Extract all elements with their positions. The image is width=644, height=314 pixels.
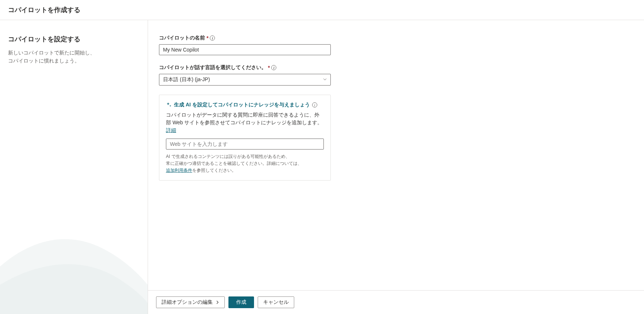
language-field-group: コパイロットが話す言語を選択してください。 * i 日本語 (日本) (ja-J…: [159, 64, 331, 86]
footer-actions: 詳細オプションの編集 作成 キャンセル: [148, 290, 644, 314]
chevron-right-icon: [216, 300, 219, 304]
decorative-wave: [0, 212, 148, 314]
sidebar-description: 新しいコパイロットで新たに開始し、 コパイロットに慣れましょう。: [8, 49, 140, 65]
sidebar: コパイロットを設定する 新しいコパイロットで新たに開始し、 コパイロットに慣れま…: [0, 20, 148, 314]
name-label: コパイロットの名前 * i: [159, 35, 331, 41]
ai-card-header: 生成 AI を設定してコパイロットにナレッジを与えましょう i: [166, 102, 324, 108]
terms-link[interactable]: 追加利用条件: [166, 168, 192, 173]
info-icon[interactable]: i: [312, 102, 317, 107]
info-icon[interactable]: i: [210, 35, 215, 41]
page-header: コパイロットを作成する: [0, 0, 644, 20]
sidebar-title: コパイロットを設定する: [8, 35, 140, 43]
ai-card-description: コパイロットがデータに関する質問に即座に回答できるように、外部 Web サイトを…: [166, 111, 324, 134]
ai-card-title: 生成 AI を設定してコパイロットにナレッジを与えましょう: [174, 102, 310, 108]
copilot-name-input[interactable]: [159, 44, 331, 55]
required-indicator: *: [268, 65, 270, 71]
create-button[interactable]: 作成: [228, 296, 254, 308]
ai-disclaimer: AI で生成されるコンテンツには誤りがある可能性があるため、 常に正確かつ適切で…: [166, 153, 324, 174]
content-wrapper: コパイロットを設定する 新しいコパイロットで新たに開始し、 コパイロットに慣れま…: [0, 20, 644, 314]
page-title: コパイロットを作成する: [8, 5, 636, 14]
website-input[interactable]: [166, 139, 324, 150]
required-indicator: *: [207, 35, 208, 41]
language-select-wrapper: 日本語 (日本) (ja-JP): [159, 74, 331, 86]
name-field-group: コパイロットの名前 * i: [159, 35, 331, 55]
edit-advanced-button[interactable]: 詳細オプションの編集: [156, 296, 225, 308]
sparkle-icon: [166, 102, 172, 108]
details-link[interactable]: 詳細: [166, 127, 176, 133]
main-content: コパイロットの名前 * i コパイロットが話す言語を選択してください。 * i …: [148, 20, 644, 314]
info-icon[interactable]: i: [271, 65, 276, 70]
language-select[interactable]: 日本語 (日本) (ja-JP): [159, 74, 331, 86]
cancel-button[interactable]: キャンセル: [258, 296, 294, 308]
ai-knowledge-card: 生成 AI を設定してコパイロットにナレッジを与えましょう i コパイロットがデ…: [159, 95, 331, 181]
language-label: コパイロットが話す言語を選択してください。 * i: [159, 64, 331, 71]
